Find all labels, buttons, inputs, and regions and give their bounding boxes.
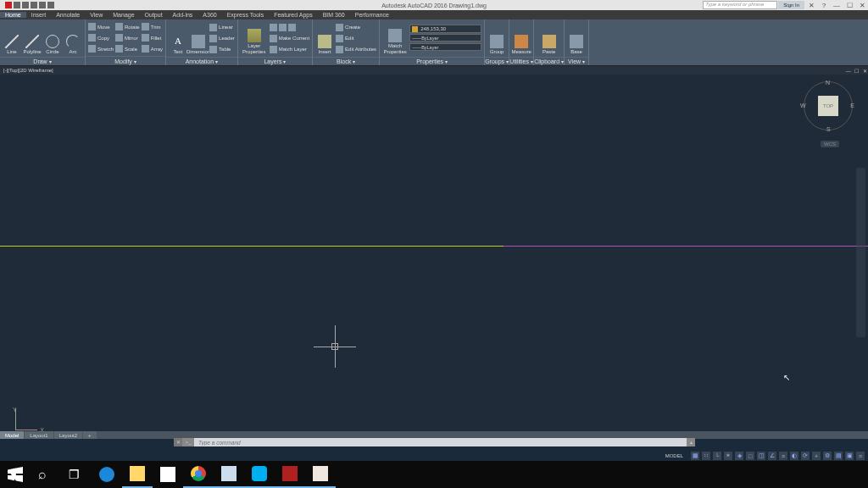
tab-home[interactable]: Home	[0, 12, 26, 18]
task-view-button[interactable]	[61, 461, 92, 488]
tab-annotate[interactable]: Annotate	[51, 12, 85, 18]
tab-performance[interactable]: Performance	[350, 12, 394, 18]
app-menu-icon[interactable]	[5, 2, 12, 8]
skype-taskbar[interactable]	[244, 461, 275, 488]
doc-max-button[interactable]: ☐	[853, 68, 860, 74]
scale-button[interactable]: Scale	[115, 44, 140, 54]
panel-properties-label[interactable]: Properties▾	[380, 57, 484, 65]
circle-button[interactable]: Circle	[43, 21, 62, 55]
panel-modify-label[interactable]: Modify▾	[86, 56, 165, 65]
layout-tab-model[interactable]: Model	[0, 431, 24, 439]
layout-tab-1[interactable]: Layout1	[25, 431, 53, 439]
autocad-taskbar[interactable]	[275, 461, 305, 488]
create-block-button[interactable]: Create	[336, 22, 376, 32]
compass-w[interactable]: W	[800, 103, 806, 108]
viewcube[interactable]: TOP N E S W WCS	[804, 81, 853, 130]
sign-in-button[interactable]: Sign In	[778, 1, 804, 9]
paint-taskbar[interactable]	[305, 461, 336, 488]
ucs-icon[interactable]: Y X	[5, 408, 37, 430]
layout-tab-add[interactable]: +	[83, 431, 97, 439]
edit-block-button[interactable]: Edit	[336, 33, 376, 43]
qat-redo-icon[interactable]	[47, 2, 54, 8]
trim-button[interactable]: Trim	[142, 22, 163, 32]
status-model-button[interactable]: MODEL	[665, 453, 683, 458]
viewport-label[interactable]: [-][Top][2D Wireframe]	[3, 68, 53, 73]
qat-undo-icon[interactable]	[39, 2, 46, 8]
start-button[interactable]	[0, 461, 31, 488]
command-line[interactable]: ✕ >_ ▴	[174, 438, 695, 446]
notepad-taskbar[interactable]	[214, 461, 244, 488]
search-button[interactable]	[31, 461, 61, 488]
insert-block-button[interactable]: Insert	[315, 21, 334, 55]
cmdline-close-icon[interactable]: ✕	[174, 438, 182, 446]
panel-draw-label[interactable]: Draw▾	[0, 57, 85, 65]
arc-button[interactable]: Arc	[64, 21, 82, 55]
help-icon[interactable]: ?	[818, 1, 830, 9]
viewcube-face-top[interactable]: TOP	[818, 96, 838, 116]
stretch-button[interactable]: Stretch	[88, 44, 114, 54]
maximize-button[interactable]: ☐	[843, 1, 855, 9]
exchange-icon[interactable]: ✕	[805, 1, 817, 9]
close-button[interactable]: ✕	[856, 1, 868, 9]
tab-output[interactable]: Output	[140, 12, 168, 18]
match-layer-button[interactable]: Match Layer	[270, 44, 309, 54]
measure-button[interactable]: Measure	[512, 21, 531, 55]
isodraft-toggle[interactable]: ◈	[735, 452, 743, 460]
table-button[interactable]: Table	[209, 44, 235, 54]
layout-tab-2[interactable]: Layout2	[54, 431, 82, 439]
linear-button[interactable]: Linear	[209, 22, 235, 32]
panel-view-label[interactable]: View▾	[565, 57, 588, 65]
tab-a360[interactable]: A360	[198, 12, 221, 18]
qat-new-icon[interactable]	[14, 2, 20, 8]
make-current-button[interactable]: Make Current	[270, 33, 309, 43]
compass-e[interactable]: E	[850, 103, 854, 108]
chrome-taskbar[interactable]	[183, 461, 214, 488]
3dosnap-toggle[interactable]: ◫	[757, 452, 765, 460]
selection-cycling[interactable]: ⟳	[801, 452, 810, 460]
customize-status[interactable]: ≡	[856, 452, 865, 460]
panel-utilities-label[interactable]: Utilities▾	[509, 57, 533, 65]
rotate-button[interactable]: Rotate	[115, 22, 140, 32]
drawn-line-object[interactable]	[0, 246, 868, 247]
cmdline-history-icon[interactable]: ▴	[687, 438, 695, 446]
store-taskbar[interactable]	[153, 461, 183, 488]
doc-min-button[interactable]: —	[845, 69, 852, 74]
tab-view[interactable]: View	[85, 12, 108, 18]
layer-properties-button[interactable]: Layer Properties	[241, 21, 268, 55]
transparency-toggle[interactable]: ◐	[790, 452, 798, 460]
tab-bim360[interactable]: BIM 360	[318, 12, 350, 18]
text-button[interactable]: AText	[169, 21, 187, 55]
qat-save-icon[interactable]	[31, 2, 37, 8]
grid-toggle[interactable]: ▦	[691, 452, 699, 460]
ortho-toggle[interactable]: └	[713, 452, 721, 460]
help-search-input[interactable]: Type a keyword or phrase	[703, 1, 777, 9]
mirror-button[interactable]: Mirror	[115, 33, 140, 43]
panel-block-label[interactable]: Block▾	[313, 57, 379, 65]
tab-featured[interactable]: Featured Apps	[269, 12, 318, 18]
osnap-toggle[interactable]: □	[746, 452, 754, 460]
tab-addins[interactable]: Add-ins	[168, 12, 198, 18]
compass-n[interactable]: N	[826, 80, 830, 86]
qat-open-icon[interactable]	[22, 2, 29, 8]
group-button[interactable]: Group	[487, 21, 506, 55]
edit-attributes-button[interactable]: Edit Attributes	[336, 44, 376, 54]
dimension-button[interactable]: Dimension	[189, 21, 208, 55]
panel-layers-label[interactable]: Layers▾	[238, 57, 312, 65]
annotation-monitor[interactable]: +	[812, 452, 821, 460]
snap-toggle[interactable]: ∷	[702, 452, 710, 460]
otrack-toggle[interactable]: ∠	[768, 452, 776, 460]
doc-close-button[interactable]: ✕	[861, 68, 868, 74]
lwt-toggle[interactable]: ≡	[779, 452, 787, 460]
drawing-area[interactable]: [-][Top][2D Wireframe] — ☐ ✕ ↖ Y X TOP N…	[0, 66, 868, 439]
navigation-bar[interactable]	[856, 168, 865, 337]
units-toggle[interactable]: ▤	[834, 452, 843, 460]
leader-button[interactable]: Leader	[209, 33, 235, 43]
tab-express[interactable]: Express Tools	[222, 12, 269, 18]
quickprops-toggle[interactable]: ▣	[845, 452, 854, 460]
line-button[interactable]: Line	[3, 21, 21, 55]
copy-button[interactable]: Copy	[88, 33, 114, 43]
wcs-dropdown[interactable]: WCS	[821, 141, 839, 147]
paste-button[interactable]: Paste	[540, 21, 559, 55]
match-properties-button[interactable]: Match Properties	[382, 21, 408, 55]
layer-dropdown[interactable]: 248,153,30	[409, 25, 481, 33]
